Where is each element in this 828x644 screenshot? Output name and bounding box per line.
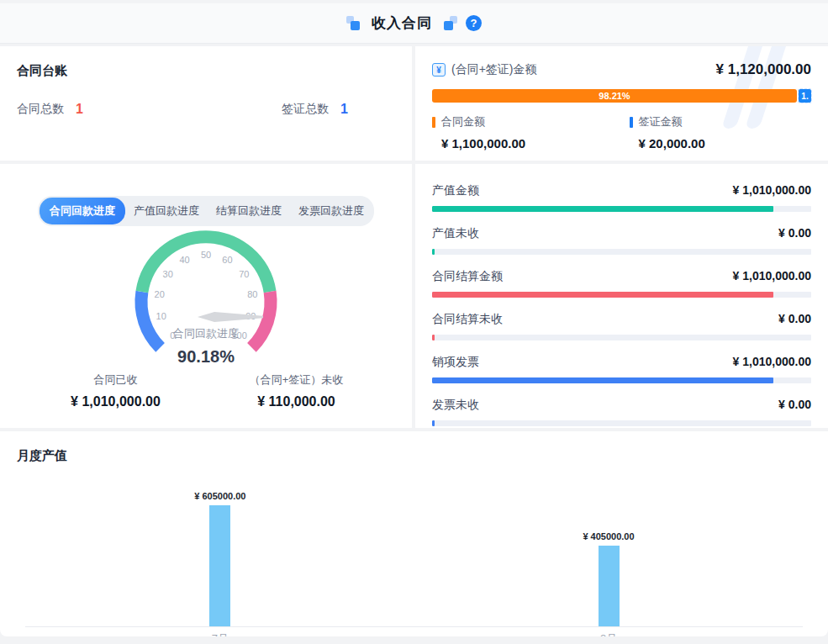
progress-fill [432, 249, 435, 255]
contract-share-bar: 98.21% [432, 89, 797, 103]
progress-track [432, 335, 811, 340]
svg-text:80: 80 [247, 289, 257, 299]
amount-summary-panel: ¥ (合同+签证)金额 ¥ 1,120,000.00 98.21% 1. 合同金… [415, 46, 828, 161]
yuan-clipboard-icon: ¥ [432, 63, 446, 77]
amount-ratio-bar: 98.21% 1. [432, 89, 811, 103]
progress-fill [432, 292, 773, 298]
tab-结算回款进度[interactable]: 结算回款进度 [208, 198, 290, 224]
ledger-stat: 签证总数1 [282, 102, 348, 117]
svg-text:10: 10 [156, 311, 166, 321]
ledger-stat-label: 签证总数 [282, 102, 329, 117]
recovery-stat-amount: ¥ 110,000.00 [206, 394, 387, 409]
progress-row-amount: ¥ 0.00 [778, 398, 811, 411]
recovery-tabs: 合同回款进度产值回款进度结算回款进度发票回款进度 [38, 196, 374, 226]
ledger-title: 合同台账 [17, 63, 395, 79]
legend-marker [630, 117, 633, 128]
svg-text:90.18%: 90.18% [177, 347, 235, 366]
svg-text:30: 30 [163, 269, 173, 279]
progress-fill [432, 377, 773, 383]
progress-row-amount: ¥ 0.00 [778, 312, 811, 325]
progress-row-label: 合同结算金额 [432, 269, 503, 284]
recovery-stat: （合同+签证）未收¥ 110,000.00 [206, 372, 387, 409]
progress-row-label: 合同结算未收 [432, 312, 503, 327]
legend-label: 签证金额 [639, 114, 683, 129]
x-axis-line [25, 626, 803, 627]
recovery-stat-label: （合同+签证）未收 [206, 372, 387, 388]
legend-marker [432, 117, 435, 128]
svg-text:70: 70 [239, 269, 249, 279]
monthly-output-panel: 月度产值 ¥ 605000.007月¥ 405000.008月 [0, 431, 828, 636]
recovery-stat: 合同已收¥ 1,010,000.00 [25, 372, 206, 409]
amount-summary-total: ¥ 1,120,000.00 [716, 61, 811, 78]
svg-text:40: 40 [179, 255, 189, 265]
progress-row-label: 销项发票 [432, 355, 479, 370]
progress-row-amount: ¥ 1,010,000.00 [733, 183, 811, 197]
amount-legend-item: 合同金额¥ 1,100,000.00 [432, 114, 525, 150]
ledger-stat: 合同总数1 [17, 102, 83, 117]
progress-row: 发票未收¥ 0.00 [432, 383, 811, 426]
legend-label: 合同金额 [441, 114, 485, 129]
monthly-bar-chart: ¥ 605000.007月¥ 405000.008月 [17, 467, 811, 632]
title-decor-left-icon [346, 16, 363, 31]
visa-share-bar: 1. [799, 89, 811, 103]
ledger-stat-value: 1 [340, 102, 348, 117]
progress-row-label: 产值未收 [432, 226, 479, 241]
progress-track [432, 249, 811, 255]
monthly-title: 月度产值 [17, 448, 811, 464]
recovery-stat-amount: ¥ 1,010,000.00 [25, 394, 206, 409]
progress-fill [432, 420, 435, 426]
progress-row: 产值金额¥ 1,010,000.00 [432, 169, 811, 212]
svg-text:20: 20 [155, 289, 165, 299]
progress-row-amount: ¥ 0.00 [778, 226, 811, 240]
page-title: 收入合同 [372, 13, 432, 33]
legend-amount: ¥ 20,000.00 [630, 136, 705, 150]
title-decor-right-icon [440, 16, 457, 31]
bar-value-label: ¥ 605000.00 [194, 491, 245, 501]
tab-发票回款进度[interactable]: 发票回款进度 [290, 198, 372, 224]
svg-text:合同回款进度: 合同回款进度 [173, 327, 239, 340]
value-progress-panel: 产值金额¥ 1,010,000.00产值未收¥ 0.00合同结算金额¥ 1,01… [415, 164, 828, 428]
recovery-progress-panel: 合同回款进度产值回款进度结算回款进度发票回款进度 010203040506070… [0, 164, 412, 428]
svg-text:50: 50 [201, 250, 211, 260]
progress-row-amount: ¥ 1,010,000.00 [733, 269, 811, 282]
ledger-stat-value: 1 [76, 102, 83, 117]
bar-7月 [209, 505, 230, 626]
tab-合同回款进度[interactable]: 合同回款进度 [40, 198, 125, 224]
tab-产值回款进度[interactable]: 产值回款进度 [125, 198, 208, 224]
amount-legend-item: 签证金额¥ 20,000.00 [630, 114, 705, 150]
bar-value-label: ¥ 405000.00 [583, 531, 634, 541]
recovery-stats: 合同已收¥ 1,010,000.00（合同+签证）未收¥ 110,000.00 [0, 372, 412, 409]
ledger-stat-label: 合同总数 [17, 102, 64, 117]
progress-fill [432, 206, 773, 212]
income-contract-dashboard: 收入合同 ? 合同台账 合同总数1签证总数1 ¥ (合同+签证)金额 ¥ 1,1… [0, 0, 828, 644]
progress-track [432, 377, 811, 383]
dashboard-grid: 合同台账 合同总数1签证总数1 ¥ (合同+签证)金额 ¥ 1,120,000.… [0, 46, 828, 636]
progress-fill [432, 335, 435, 340]
progress-row: 产值未收¥ 0.00 [432, 212, 811, 255]
bar-8月 [599, 546, 620, 626]
svg-text:60: 60 [222, 255, 232, 265]
recovery-stat-label: 合同已收 [25, 372, 206, 388]
amount-legend: 合同金额¥ 1,100,000.00签证金额¥ 20,000.00 [432, 114, 811, 155]
amount-summary-label: (合同+签证)金额 [451, 62, 537, 77]
legend-amount: ¥ 1,100,000.00 [432, 136, 525, 150]
progress-row-label: 产值金额 [432, 183, 479, 198]
recovery-gauge-chart: 0102030405060708090100合同回款进度90.18% [0, 228, 412, 372]
progress-row: 合同结算金额¥ 1,010,000.00 [432, 255, 811, 298]
progress-row-amount: ¥ 1,010,000.00 [733, 355, 811, 368]
progress-row: 销项发票¥ 1,010,000.00 [432, 340, 811, 383]
progress-track [432, 420, 811, 426]
x-tick-label: 8月 [600, 631, 617, 636]
progress-row-label: 发票未收 [432, 398, 479, 413]
ledger-stats: 合同总数1签证总数1 [17, 102, 395, 119]
progress-track [432, 206, 811, 212]
progress-row: 合同结算未收¥ 0.00 [432, 298, 811, 340]
help-icon[interactable]: ? [466, 15, 482, 31]
progress-track [432, 292, 811, 298]
contract-ledger-panel: 合同台账 合同总数1签证总数1 [0, 46, 412, 161]
x-tick-label: 7月 [212, 631, 229, 636]
page-header: 收入合同 ? [0, 3, 828, 44]
